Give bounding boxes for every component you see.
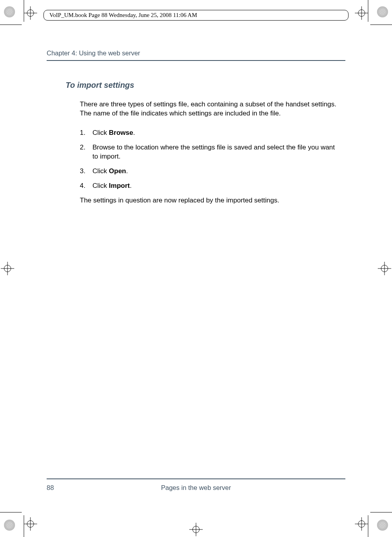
registration-mark-icon — [378, 262, 391, 275]
step-item: 3. Click Open. — [80, 167, 337, 176]
crop-line — [0, 25, 22, 25]
step-item: 2. Browse to the location where the sett… — [80, 143, 337, 161]
registration-mark-icon — [355, 517, 368, 531]
outro-paragraph: The settings in question are now replace… — [80, 196, 337, 205]
crop-line — [370, 25, 392, 25]
registration-mark-icon — [24, 517, 37, 531]
crop-line — [368, 0, 368, 22]
step-number: 1. — [80, 129, 92, 138]
crop-line — [24, 0, 24, 22]
crop-mark-icon — [377, 520, 388, 531]
crop-line — [370, 512, 392, 512]
crop-mark-icon — [4, 6, 15, 17]
step-number: 2. — [80, 143, 92, 161]
step-number: 3. — [80, 167, 92, 176]
step-item: 1. Click Browse. — [80, 129, 337, 138]
chapter-header: Chapter 4: Using the web server — [47, 49, 345, 61]
registration-mark-icon — [1, 262, 14, 275]
section-title: To import settings — [66, 81, 345, 90]
step-text: Click Browse. — [92, 129, 337, 138]
page-footer: 88 Pages in the web server — [47, 478, 345, 492]
step-text: Browse to the location where the setting… — [92, 143, 337, 161]
registration-mark-icon — [189, 523, 203, 536]
crop-line — [0, 512, 22, 512]
page-content: Chapter 4: Using the web server To impor… — [47, 49, 345, 492]
registration-mark-icon — [24, 6, 37, 20]
step-text: Click Import. — [92, 182, 337, 191]
crop-mark-icon — [377, 6, 388, 17]
step-item: 4. Click Import. — [80, 182, 337, 191]
document-meta: VoIP_UM.book Page 88 Wednesday, June 25,… — [43, 10, 349, 21]
footer-title: Pages in the web server — [47, 484, 345, 492]
step-number: 4. — [80, 182, 92, 191]
registration-mark-icon — [355, 6, 368, 20]
crop-line — [368, 515, 368, 537]
page-number: 88 — [47, 484, 54, 492]
step-text: Click Open. — [92, 167, 337, 176]
intro-paragraph: There are three types of settings file, … — [80, 100, 337, 118]
crop-mark-icon — [4, 520, 15, 531]
crop-line — [24, 515, 24, 537]
